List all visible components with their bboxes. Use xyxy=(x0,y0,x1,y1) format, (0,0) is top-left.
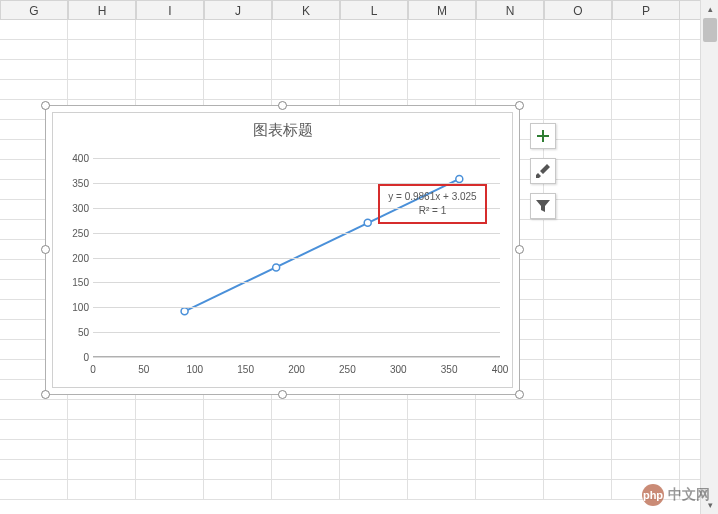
cell[interactable] xyxy=(68,460,136,479)
cell[interactable] xyxy=(408,20,476,39)
cell[interactable] xyxy=(612,320,680,339)
cell[interactable] xyxy=(544,400,612,419)
cell[interactable] xyxy=(272,80,340,99)
cell[interactable] xyxy=(340,420,408,439)
scroll-thumb[interactable] xyxy=(703,18,717,42)
cell[interactable] xyxy=(272,420,340,439)
cell[interactable] xyxy=(612,380,680,399)
cell[interactable] xyxy=(612,200,680,219)
cell[interactable] xyxy=(612,340,680,359)
cell[interactable] xyxy=(408,420,476,439)
cell[interactable] xyxy=(612,120,680,139)
column-header-K[interactable]: K xyxy=(272,1,340,19)
cell[interactable] xyxy=(612,280,680,299)
resize-handle-e[interactable] xyxy=(515,245,524,254)
cell[interactable] xyxy=(204,460,272,479)
cell[interactable] xyxy=(408,460,476,479)
cell[interactable] xyxy=(68,20,136,39)
cell[interactable] xyxy=(0,80,68,99)
chart-add-element-button[interactable] xyxy=(530,123,556,149)
cell[interactable] xyxy=(0,420,68,439)
cell[interactable] xyxy=(204,60,272,79)
data-point[interactable] xyxy=(364,219,371,226)
cell[interactable] xyxy=(476,20,544,39)
cell[interactable] xyxy=(544,340,612,359)
vertical-scrollbar[interactable]: ▴ ▾ xyxy=(700,0,718,514)
cell[interactable] xyxy=(612,360,680,379)
cell[interactable] xyxy=(204,420,272,439)
cell[interactable] xyxy=(476,440,544,459)
cell[interactable] xyxy=(68,400,136,419)
cell[interactable] xyxy=(612,40,680,59)
cell[interactable] xyxy=(612,300,680,319)
trendline-label-box[interactable]: y = 0.9861x + 3.025 R² = 1 xyxy=(378,184,486,224)
cell[interactable] xyxy=(272,60,340,79)
cell[interactable] xyxy=(408,40,476,59)
cell[interactable] xyxy=(476,420,544,439)
column-header-J[interactable]: J xyxy=(204,1,272,19)
cell[interactable] xyxy=(68,440,136,459)
cell[interactable] xyxy=(612,420,680,439)
cell[interactable] xyxy=(68,80,136,99)
cell[interactable] xyxy=(544,260,612,279)
cell[interactable] xyxy=(612,20,680,39)
cell[interactable] xyxy=(612,100,680,119)
cell[interactable] xyxy=(544,80,612,99)
resize-handle-ne[interactable] xyxy=(515,101,524,110)
column-header-H[interactable]: H xyxy=(68,1,136,19)
cell[interactable] xyxy=(204,20,272,39)
cell[interactable] xyxy=(204,400,272,419)
cell[interactable] xyxy=(136,40,204,59)
plot-area[interactable]: 0501001502002503003504000501001502002503… xyxy=(93,158,500,357)
cell[interactable] xyxy=(340,480,408,499)
resize-handle-w[interactable] xyxy=(41,245,50,254)
cell[interactable] xyxy=(0,400,68,419)
cell[interactable] xyxy=(340,60,408,79)
cell[interactable] xyxy=(544,20,612,39)
cell[interactable] xyxy=(544,240,612,259)
cell[interactable] xyxy=(340,40,408,59)
cell[interactable] xyxy=(612,80,680,99)
data-point[interactable] xyxy=(181,308,188,315)
cell[interactable] xyxy=(136,420,204,439)
cell[interactable] xyxy=(612,460,680,479)
column-header-M[interactable]: M xyxy=(408,1,476,19)
cell[interactable] xyxy=(612,260,680,279)
cell[interactable] xyxy=(204,40,272,59)
resize-handle-sw[interactable] xyxy=(41,390,50,399)
cell[interactable] xyxy=(68,40,136,59)
cell[interactable] xyxy=(408,400,476,419)
cell[interactable] xyxy=(476,40,544,59)
cell[interactable] xyxy=(136,60,204,79)
cell[interactable] xyxy=(204,80,272,99)
cell[interactable] xyxy=(544,40,612,59)
cell[interactable] xyxy=(544,480,612,499)
column-header-P[interactable]: P xyxy=(612,1,680,19)
cell[interactable] xyxy=(0,60,68,79)
cell[interactable] xyxy=(272,40,340,59)
cell[interactable] xyxy=(612,240,680,259)
cell[interactable] xyxy=(476,60,544,79)
cell[interactable] xyxy=(476,480,544,499)
resize-handle-se[interactable] xyxy=(515,390,524,399)
cell[interactable] xyxy=(68,480,136,499)
cell[interactable] xyxy=(408,60,476,79)
cell[interactable] xyxy=(544,320,612,339)
cell[interactable] xyxy=(340,20,408,39)
cell[interactable] xyxy=(476,80,544,99)
cell[interactable] xyxy=(68,420,136,439)
cell[interactable] xyxy=(544,420,612,439)
cell[interactable] xyxy=(136,20,204,39)
column-header-L[interactable]: L xyxy=(340,1,408,19)
column-header-G[interactable]: G xyxy=(0,1,68,19)
cell[interactable] xyxy=(544,280,612,299)
cell[interactable] xyxy=(136,440,204,459)
data-point[interactable] xyxy=(273,264,280,271)
column-header-I[interactable]: I xyxy=(136,1,204,19)
cell[interactable] xyxy=(136,400,204,419)
cell[interactable] xyxy=(612,400,680,419)
cell[interactable] xyxy=(544,60,612,79)
resize-handle-s[interactable] xyxy=(278,390,287,399)
resize-handle-n[interactable] xyxy=(278,101,287,110)
cell[interactable] xyxy=(544,440,612,459)
